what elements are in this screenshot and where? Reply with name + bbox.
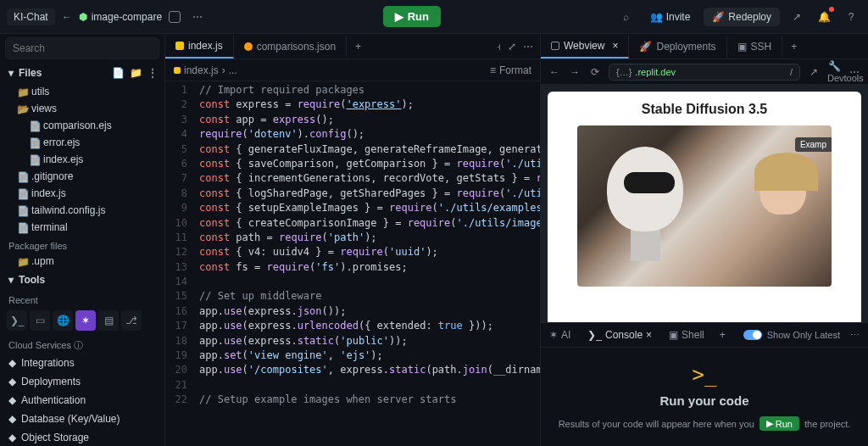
service-icon: ◆	[8, 413, 16, 425]
more-icon[interactable]: ⋯	[187, 7, 208, 27]
tool-git-icon[interactable]: ⎇	[121, 310, 142, 331]
tree-item[interactable]: 📄comparison.ejs	[0, 117, 164, 134]
inline-run-button[interactable]: ▶ Run	[760, 416, 799, 431]
cloud-item[interactable]: ◆Authentication	[0, 391, 164, 410]
tree-item[interactable]: 📄tailwind.config.js	[0, 202, 164, 219]
url-bar[interactable]: {…}.replit.dev /	[609, 64, 800, 81]
tool-preview-icon[interactable]: ▭	[30, 310, 50, 331]
packager-list: 📁.upm	[0, 253, 164, 270]
tree-item[interactable]: 📄error.ejs	[0, 134, 164, 151]
tab-deployments[interactable]: 🚀Deployments	[629, 36, 726, 58]
console-desc: Results of your code will appear here wh…	[559, 416, 851, 431]
breadcrumb: index.js › ... ≡ Format	[165, 59, 540, 81]
kichat-badge[interactable]: KI-Chat	[7, 8, 55, 25]
tree-item[interactable]: 📁utils	[0, 83, 164, 100]
more-icon[interactable]: ⋯	[523, 41, 533, 53]
tab-shell[interactable]: ▣ Shell	[660, 324, 713, 346]
service-icon: ◆	[8, 376, 16, 387]
devtools-button[interactable]: 🔧 Devtools	[827, 60, 841, 84]
editor-tabs: index.js comparisons.json + ⫞ ⤢ ⋯	[165, 34, 540, 59]
js-icon	[174, 67, 181, 74]
webview-preview[interactable]: Stable Diffusion 3.5 Examp	[541, 85, 868, 322]
packager-header[interactable]: Packager files	[0, 236, 164, 253]
more-icon[interactable]: ⋮	[147, 67, 158, 79]
help-icon[interactable]: ?	[841, 7, 861, 27]
new-folder-icon[interactable]: 📁	[130, 67, 142, 79]
tool-db-icon[interactable]: ▤	[98, 310, 119, 331]
robot-figure	[607, 147, 709, 265]
file-icon: 📄	[29, 137, 39, 148]
toggle-switch[interactable]	[743, 330, 762, 340]
tool-globe-icon[interactable]: 🌐	[53, 310, 73, 331]
editor-pane: index.js comparisons.json + ⫞ ⤢ ⋯ index.…	[165, 34, 541, 446]
nav-back-icon[interactable]: ←	[548, 66, 561, 78]
tree-item[interactable]: 📄index.js	[0, 185, 164, 202]
show-only-latest[interactable]: Show Only Latest ⋯	[735, 330, 868, 341]
tree-item[interactable]: 📄terminal	[0, 219, 164, 236]
close-icon[interactable]: ×	[612, 40, 618, 52]
tab-webview[interactable]: Webview ×	[541, 35, 629, 59]
file-icon: 📄	[17, 222, 27, 232]
crumb-file[interactable]: index.js	[184, 64, 219, 76]
more-icon[interactable]: ⋯	[848, 66, 861, 78]
list-item[interactable]: 📁.upm	[0, 253, 164, 270]
new-file-icon[interactable]: 📄	[112, 67, 125, 79]
code-body[interactable]: // Import required packagesconst express…	[194, 81, 540, 446]
info-icon[interactable]: ⓘ	[74, 340, 83, 350]
bell-icon[interactable]: 🔔	[814, 7, 834, 27]
expand-icon[interactable]: ⤢	[508, 41, 516, 53]
crumb-rest[interactable]: ...	[229, 64, 237, 76]
service-icon: ◆	[8, 432, 16, 443]
service-icon: ◆	[8, 357, 16, 369]
tab-ai[interactable]: ✶ AI	[541, 324, 579, 346]
tab-comparisons-json[interactable]: comparisons.json	[234, 36, 347, 58]
tool-ai-icon[interactable]: ✶	[75, 310, 96, 331]
person-icon: 👥	[650, 11, 663, 23]
code-editor[interactable]: 12345678910111213141516171819202122 // I…	[165, 81, 540, 446]
new-tab-button[interactable]: +	[782, 37, 805, 56]
close-icon[interactable]: ×	[646, 329, 652, 341]
right-pane: Webview × 🚀Deployments ▣SSH + ← → ⟳ {…}.…	[541, 34, 868, 446]
format-button[interactable]: ≡ Format	[490, 64, 531, 76]
tab-ssh[interactable]: ▣SSH	[727, 36, 783, 58]
tools-header[interactable]: ▾ Tools	[0, 270, 164, 290]
folder-icon: 📁	[17, 86, 27, 97]
folder-open-icon: 📂	[17, 103, 27, 114]
more-icon[interactable]: ⋯	[850, 330, 860, 341]
file-icon: 📄	[29, 120, 39, 131]
tab-console[interactable]: ❯_ Console ×	[579, 324, 660, 346]
back-icon[interactable]: ←	[62, 11, 72, 23]
search-input[interactable]	[5, 37, 159, 59]
layout-icon[interactable]	[169, 11, 181, 23]
rocket-icon: 🚀	[639, 41, 652, 53]
new-tab-button[interactable]: +	[713, 326, 732, 344]
new-tab-button[interactable]: +	[347, 37, 370, 56]
cloud-item[interactable]: ◆Deployments	[0, 372, 164, 391]
console-title: Run your code	[659, 393, 748, 408]
sidebar: ▾ Files 📄 📁 ⋮ 📁utils📂views📄comparison.ej…	[0, 34, 165, 446]
open-external-icon[interactable]: ↗	[807, 66, 821, 78]
files-header[interactable]: ▾ Files 📄 📁 ⋮	[0, 63, 164, 83]
cloud-item[interactable]: ◆Integrations	[0, 354, 164, 372]
recent-label: Recent	[0, 290, 164, 307]
tree-item[interactable]: 📄index.ejs	[0, 151, 164, 168]
app-name[interactable]: ⬢ image-compare	[79, 11, 162, 23]
example-chip[interactable]: Examp	[795, 137, 832, 152]
open-icon[interactable]: ↗	[787, 7, 807, 27]
invite-button[interactable]: 👥Invite	[643, 8, 698, 26]
tree-item[interactable]: 📄.gitignore	[0, 168, 164, 185]
file-icon: 📄	[17, 171, 27, 181]
tool-shell-icon[interactable]: ❯_	[7, 310, 27, 331]
nav-fwd-icon[interactable]: →	[568, 66, 581, 78]
folder-icon: 📁	[17, 256, 27, 266]
split-icon[interactable]: ⫞	[496, 41, 501, 53]
file-icon: 📄	[17, 188, 27, 198]
redeploy-button[interactable]: 🚀Redeploy	[704, 8, 780, 26]
tab-index-js[interactable]: index.js	[165, 35, 234, 59]
cloud-item[interactable]: ◆Database (Key/Value)	[0, 410, 164, 428]
search-icon[interactable]: ⌕	[616, 7, 637, 27]
nav-reload-icon[interactable]: ⟳	[588, 66, 602, 78]
run-button[interactable]: ▶ Run	[383, 6, 441, 27]
tree-item[interactable]: 📂views	[0, 100, 164, 117]
cloud-item[interactable]: ◆Object Storage	[0, 428, 164, 446]
